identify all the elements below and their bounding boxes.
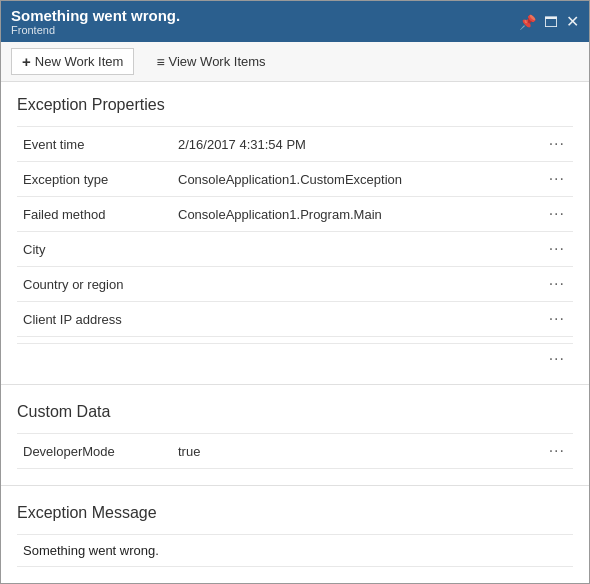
section-divider-1 [1, 384, 589, 385]
titlebar-left: Something went wrong. Frontend [11, 7, 180, 36]
titlebar: Something went wrong. Frontend 📌 🗖 ✕ [1, 1, 589, 42]
restore-icon[interactable]: 🗖 [544, 14, 558, 30]
titlebar-controls: 📌 🗖 ✕ [519, 12, 579, 31]
prop-value [172, 302, 537, 337]
table-row: Something went wrong. [17, 535, 573, 567]
view-work-items-label: View Work Items [169, 54, 266, 69]
exception-properties-section: Exception Properties Event time 2/16/201… [1, 82, 589, 380]
prop-value [172, 267, 537, 302]
table-row: Failed method ConsoleApplication1.Progra… [17, 197, 573, 232]
prop-label: City [17, 232, 172, 267]
prop-label: Failed method [17, 197, 172, 232]
table-row: Event time 2/16/2017 4:31:54 PM ··· [17, 127, 573, 162]
exception-message-section: Exception Message Something went wrong. [1, 490, 589, 579]
exception-properties-table: Event time 2/16/2017 4:31:54 PM ··· Exce… [17, 126, 573, 337]
exception-properties-title: Exception Properties [17, 96, 573, 118]
toolbar: + New Work Item ≡ View Work Items [1, 42, 589, 82]
prop-actions: ··· [537, 127, 573, 162]
new-work-item-button[interactable]: + New Work Item [11, 48, 134, 75]
prop-actions: ··· [537, 162, 573, 197]
pin-icon[interactable]: 📌 [519, 14, 536, 30]
prop-label: Event time [17, 127, 172, 162]
custom-data-table: DeveloperMode true ··· [17, 433, 573, 469]
row-ellipsis-button[interactable]: ··· [547, 135, 567, 153]
row-ellipsis-button[interactable]: ··· [547, 170, 567, 188]
prop-value: true [172, 434, 537, 469]
section-divider-2 [1, 485, 589, 486]
close-icon[interactable]: ✕ [566, 12, 579, 31]
window-title: Something went wrong. [11, 7, 180, 24]
table-row: Country or region ··· [17, 267, 573, 302]
window-subtitle: Frontend [11, 24, 180, 36]
exception-message-title: Exception Message [17, 504, 573, 526]
prop-actions: ··· [537, 232, 573, 267]
row-ellipsis-button[interactable]: ··· [547, 275, 567, 293]
content-area: Exception Properties Event time 2/16/201… [1, 82, 589, 583]
prop-label: Client IP address [17, 302, 172, 337]
prop-actions: ··· [537, 434, 573, 469]
prop-actions: ··· [537, 302, 573, 337]
prop-value: ConsoleApplication1.CustomException [172, 162, 537, 197]
row-ellipsis-button[interactable]: ··· [547, 205, 567, 223]
custom-data-section: Custom Data DeveloperMode true ··· [1, 389, 589, 481]
prop-label: DeveloperMode [17, 434, 172, 469]
prop-value [172, 535, 537, 567]
plus-icon: + [22, 53, 31, 70]
prop-label: Something went wrong. [17, 535, 172, 567]
extra-ellipsis-button[interactable]: ··· [547, 350, 567, 368]
new-work-item-label: New Work Item [35, 54, 124, 69]
prop-label: Exception type [17, 162, 172, 197]
app-window: Something went wrong. Frontend 📌 🗖 ✕ + N… [0, 0, 590, 584]
prop-label: Country or region [17, 267, 172, 302]
list-icon: ≡ [156, 54, 164, 70]
table-row: DeveloperMode true ··· [17, 434, 573, 469]
view-work-items-button[interactable]: ≡ View Work Items [150, 50, 271, 74]
prop-actions [537, 535, 573, 567]
prop-actions: ··· [537, 267, 573, 302]
exception-message-table: Something went wrong. [17, 534, 573, 567]
prop-value: ConsoleApplication1.Program.Main [172, 197, 537, 232]
row-ellipsis-button[interactable]: ··· [547, 240, 567, 258]
table-row: Client IP address ··· [17, 302, 573, 337]
prop-actions: ··· [537, 197, 573, 232]
extra-actions-row: ··· [17, 343, 573, 374]
table-row: City ··· [17, 232, 573, 267]
row-ellipsis-button[interactable]: ··· [547, 310, 567, 328]
custom-data-title: Custom Data [17, 403, 573, 425]
row-ellipsis-button[interactable]: ··· [547, 442, 567, 460]
prop-value [172, 232, 537, 267]
table-row: Exception type ConsoleApplication1.Custo… [17, 162, 573, 197]
prop-value: 2/16/2017 4:31:54 PM [172, 127, 537, 162]
